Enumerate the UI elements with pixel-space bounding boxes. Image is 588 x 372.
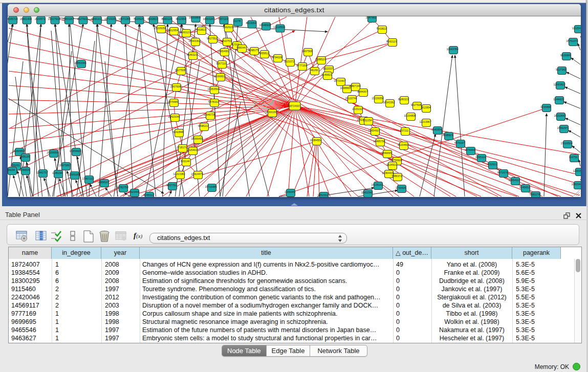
svg-text:12093822: 12093822 bbox=[553, 83, 565, 86]
svg-text:116753: 116753 bbox=[569, 156, 578, 159]
svg-text:2588520: 2588520 bbox=[315, 58, 325, 61]
svg-text:18807249: 18807249 bbox=[349, 84, 360, 87]
svg-text:7886372: 7886372 bbox=[391, 174, 402, 178]
svg-text:1244415: 1244415 bbox=[553, 98, 563, 101]
svg-text:3875685: 3875685 bbox=[168, 100, 178, 103]
svg-text:19654923: 19654923 bbox=[368, 129, 380, 132]
svg-text:1156829: 1156829 bbox=[19, 168, 30, 171]
svg-text:6794028: 6794028 bbox=[272, 56, 282, 59]
svg-text:9663822: 9663822 bbox=[147, 17, 158, 20]
svg-text:9380278: 9380278 bbox=[530, 193, 540, 196]
svg-text:11548908: 11548908 bbox=[259, 24, 271, 27]
svg-text:9329966: 9329966 bbox=[560, 54, 571, 57]
svg-text:6497568: 6497568 bbox=[302, 50, 312, 53]
svg-text:9227342: 9227342 bbox=[556, 68, 566, 71]
svg-text:10653267: 10653267 bbox=[203, 17, 214, 20]
svg-text:16543362: 16543362 bbox=[383, 101, 395, 104]
svg-text:10671355: 10671355 bbox=[118, 17, 130, 20]
svg-text:9245652: 9245652 bbox=[519, 186, 530, 189]
svg-text:19353594: 19353594 bbox=[207, 87, 219, 91]
svg-text:5322037: 5322037 bbox=[323, 67, 333, 70]
svg-text:9498222: 9498222 bbox=[198, 124, 208, 127]
svg-text:23420046: 23420046 bbox=[168, 115, 180, 118]
svg-text:9146821: 9146821 bbox=[321, 73, 332, 76]
svg-text:10958107: 10958107 bbox=[97, 181, 109, 184]
svg-text:9327508: 9327508 bbox=[175, 69, 185, 72]
svg-text:6879197: 6879197 bbox=[454, 141, 465, 144]
svg-text:1145194: 1145194 bbox=[52, 171, 62, 174]
svg-text:12218506: 12218506 bbox=[273, 26, 285, 29]
svg-text:23226058: 23226058 bbox=[154, 27, 166, 30]
svg-text:39154: 39154 bbox=[8, 168, 15, 171]
svg-text:16495798: 16495798 bbox=[373, 140, 385, 143]
svg-text:16782759: 16782759 bbox=[116, 186, 128, 189]
svg-text:1621072: 1621072 bbox=[284, 60, 294, 63]
svg-text:15716485: 15716485 bbox=[205, 185, 216, 188]
svg-text:9427552: 9427552 bbox=[207, 37, 217, 40]
svg-text:17016504: 17016504 bbox=[560, 142, 572, 145]
svg-text:7632621: 7632621 bbox=[487, 163, 497, 166]
svg-text:9899695: 9899695 bbox=[381, 151, 391, 155]
svg-text:3215958: 3215958 bbox=[540, 105, 551, 108]
svg-text:26260950: 26260950 bbox=[12, 149, 24, 152]
svg-text:3912954: 3912954 bbox=[176, 17, 186, 20]
svg-text:10820446: 10820446 bbox=[571, 183, 581, 186]
svg-text:15720407: 15720407 bbox=[334, 79, 345, 82]
svg-text:9857791: 9857791 bbox=[166, 184, 177, 187]
svg-text:9115460: 9115460 bbox=[398, 143, 408, 146]
svg-text:16099459: 16099459 bbox=[191, 137, 203, 140]
svg-text:9684067: 9684067 bbox=[357, 90, 367, 93]
svg-text:9474444: 9474444 bbox=[465, 148, 475, 151]
svg-text:7663822: 7663822 bbox=[376, 27, 386, 30]
svg-text:7515526: 7515526 bbox=[133, 17, 143, 20]
svg-text:999044: 999044 bbox=[236, 46, 245, 49]
svg-text:21027910: 21027910 bbox=[48, 17, 60, 20]
svg-text:252254: 252254 bbox=[363, 119, 372, 122]
svg-text:9462002: 9462002 bbox=[318, 193, 328, 196]
svg-text:2935114: 2935114 bbox=[475, 156, 486, 159]
svg-text:10654112: 10654112 bbox=[509, 179, 520, 182]
svg-text:1562615: 1562615 bbox=[223, 26, 233, 29]
svg-text:12923446: 12923446 bbox=[127, 190, 139, 193]
svg-text:16210643: 16210643 bbox=[554, 114, 565, 117]
svg-text:2103571: 2103571 bbox=[35, 17, 45, 20]
svg-text:18300295: 18300295 bbox=[265, 111, 277, 114]
svg-text:10154808: 10154808 bbox=[404, 114, 416, 117]
svg-text:11125419: 11125419 bbox=[572, 27, 581, 30]
svg-text:803144: 803144 bbox=[181, 160, 189, 163]
svg-text:157211: 157211 bbox=[400, 129, 409, 132]
svg-text:9327508: 9327508 bbox=[411, 103, 421, 106]
svg-text:12003544: 12003544 bbox=[573, 169, 581, 172]
svg-text:14136141: 14136141 bbox=[371, 183, 383, 186]
svg-text:1098175: 1098175 bbox=[248, 49, 258, 52]
svg-text:2718170: 2718170 bbox=[177, 146, 187, 149]
svg-text:20053346: 20053346 bbox=[74, 61, 86, 64]
svg-text:7357224: 7357224 bbox=[217, 17, 228, 20]
svg-text:18411540: 18411540 bbox=[361, 191, 373, 194]
svg-text:10653267: 10653267 bbox=[62, 17, 74, 20]
svg-text:23226058: 23226058 bbox=[372, 97, 383, 100]
svg-text:19654952: 19654952 bbox=[217, 50, 229, 53]
svg-text:19166822: 19166822 bbox=[213, 75, 225, 78]
svg-text:1640954: 1640954 bbox=[431, 128, 442, 131]
svg-text:15751074: 15751074 bbox=[566, 39, 578, 42]
svg-text:6466101: 6466101 bbox=[91, 17, 101, 20]
svg-text:9242848: 9242848 bbox=[173, 130, 183, 134]
svg-text:20120746: 20120746 bbox=[345, 97, 357, 100]
svg-text:14035724: 14035724 bbox=[8, 17, 18, 20]
svg-text:8938923: 8938923 bbox=[443, 134, 453, 137]
svg-text:12505185: 12505185 bbox=[68, 173, 79, 176]
svg-text:8660123: 8660123 bbox=[386, 40, 397, 43]
svg-text:12942757: 12942757 bbox=[36, 171, 48, 174]
svg-text:12213967: 12213967 bbox=[419, 120, 431, 123]
svg-text:16914479: 16914479 bbox=[191, 172, 203, 176]
svg-text:15692971: 15692971 bbox=[557, 126, 569, 129]
svg-text:18724007: 18724007 bbox=[289, 104, 300, 107]
svg-text:10046736: 10046736 bbox=[203, 113, 215, 116]
svg-text:3624501: 3624501 bbox=[386, 163, 397, 166]
svg-text:7663822: 7663822 bbox=[195, 28, 206, 31]
svg-text:10643784: 10643784 bbox=[446, 48, 458, 51]
svg-text:20691406: 20691406 bbox=[20, 17, 32, 20]
svg-text:12213382: 12213382 bbox=[173, 172, 185, 176]
svg-text:9777169: 9777169 bbox=[296, 64, 307, 67]
